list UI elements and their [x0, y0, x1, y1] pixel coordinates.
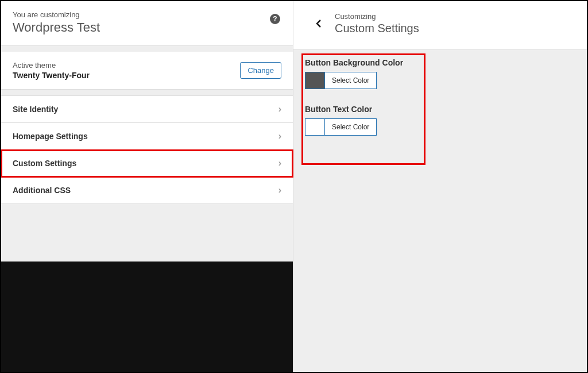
- chevron-right-icon: ›: [278, 104, 281, 114]
- preview-area: [1, 262, 293, 372]
- help-icon[interactable]: ?: [270, 14, 280, 24]
- customizer-header: You are customizing Wordpress Test ?: [1, 1, 293, 46]
- active-theme-label: Active theme: [13, 61, 90, 70]
- active-theme-info: Active theme Twenty Twenty-Four: [13, 61, 90, 80]
- change-theme-button[interactable]: Change: [240, 62, 281, 79]
- chevron-right-icon: ›: [278, 185, 281, 195]
- control-label: Button Text Color: [305, 105, 575, 114]
- customizer-nav-list: Site Identity › Homepage Settings › Cust…: [1, 95, 293, 204]
- customizer-main-panel: You are customizing Wordpress Test ? Act…: [1, 1, 293, 372]
- color-picker-text[interactable]: Select Color: [305, 118, 377, 136]
- section-customizing-label: Customizing: [335, 12, 419, 21]
- nav-item-label: Custom Settings: [13, 159, 76, 168]
- customizing-label: You are customizing: [13, 10, 281, 19]
- chevron-right-icon: ›: [278, 131, 281, 141]
- controls-area: Button Background Color Select Color But…: [293, 50, 587, 372]
- color-swatch: [305, 72, 325, 89]
- nav-item-label: Site Identity: [13, 105, 58, 114]
- select-color-label: Select Color: [325, 119, 376, 135]
- nav-item-label: Additional CSS: [13, 186, 71, 195]
- color-swatch: [305, 119, 325, 135]
- nav-item-homepage-settings[interactable]: Homepage Settings ›: [1, 123, 293, 150]
- nav-item-additional-css[interactable]: Additional CSS ›: [1, 177, 293, 204]
- nav-item-site-identity[interactable]: Site Identity ›: [1, 95, 293, 123]
- section-title: Custom Settings: [335, 22, 419, 35]
- chevron-right-icon: ›: [278, 158, 281, 168]
- customizer-section-panel: Customizing Custom Settings Button Backg…: [293, 1, 587, 372]
- control-label: Button Background Color: [305, 58, 575, 67]
- nav-item-custom-settings[interactable]: Custom Settings ›: [1, 150, 293, 177]
- spacer: [1, 204, 293, 262]
- section-header-text: Customizing Custom Settings: [335, 12, 419, 35]
- active-theme-name: Twenty Twenty-Four: [13, 71, 90, 80]
- control-button-text-color: Button Text Color Select Color: [305, 105, 575, 137]
- active-theme-row: Active theme Twenty Twenty-Four Change: [1, 52, 293, 90]
- nav-item-label: Homepage Settings: [13, 132, 88, 141]
- chevron-left-icon: [314, 19, 323, 28]
- control-button-bg-color: Button Background Color Select Color: [305, 58, 575, 91]
- site-title: Wordpress Test: [13, 20, 281, 35]
- color-picker-bg[interactable]: Select Color: [305, 72, 377, 89]
- section-header: Customizing Custom Settings: [293, 1, 587, 50]
- back-button[interactable]: [305, 10, 332, 37]
- select-color-label: Select Color: [325, 72, 376, 89]
